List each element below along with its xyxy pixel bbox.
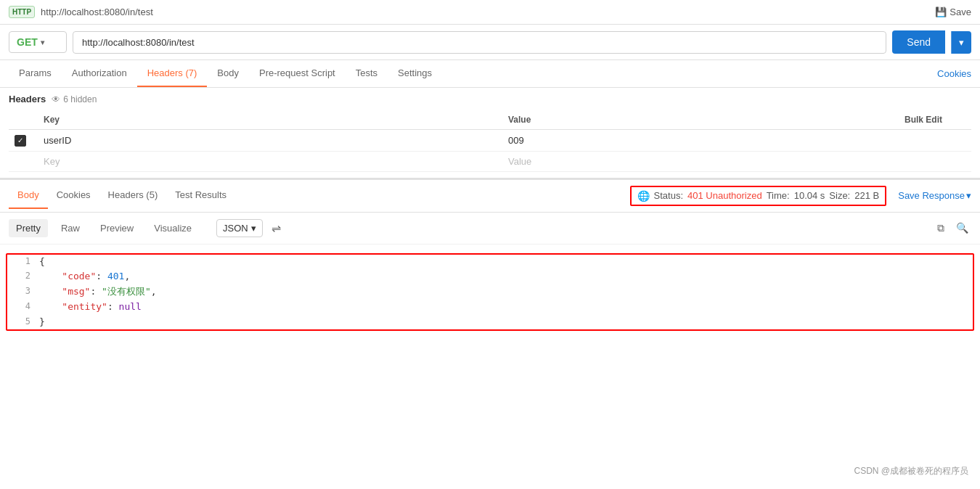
line-content-2: "code": 401, [39,269,964,284]
url-input[interactable] [73,31,886,54]
status-bar: 🌐 Status: 401 Unauthorized Time: 10.04 s… [630,180,971,212]
save-response-chevron-icon: ▾ [966,190,971,201]
col-header-bulk-edit[interactable]: Bulk Edit [899,110,971,130]
format-select[interactable]: JSON ▾ [216,219,263,237]
line-content-1: { [39,255,964,270]
tab-params[interactable]: Params [9,60,62,87]
hidden-badge: 👁 6 hidden [52,94,97,104]
checkbox-checked[interactable] [15,135,26,147]
tab-tests[interactable]: Tests [346,60,388,87]
response-tab-cookies[interactable]: Cookies [48,182,99,209]
response-tab-headers[interactable]: Headers (5) [99,182,167,209]
line-content-4: "entity": null [39,300,964,315]
json-highlight-box: 1 { 2 "code": 401, 3 "msg": "没有权限", 4 " [6,253,974,332]
table-row: Key Value [9,151,971,171]
code-line-2: 2 "code": 401, [7,269,973,284]
headers-title-row: Headers 👁 6 hidden [9,94,971,104]
response-tab-test-results[interactable]: Test Results [166,182,235,209]
status-highlight-box: 🌐 Status: 401 Unauthorized Time: 10.04 s… [630,186,887,206]
response-section: Body Cookies Headers (5) Test Results 🌐 … [0,180,980,340]
code-line-4: 4 "entity": null [7,300,973,315]
code-line-5: 5 } [7,315,973,330]
save-response-label: Save Response [898,190,965,201]
line-num-1: 1 [16,255,30,270]
response-toolbar: Pretty Raw Preview Visualize JSON ▾ ⇌ ⧉ … [0,213,980,244]
globe-icon: 🌐 [637,190,650,202]
col-header-value: Value [502,110,899,130]
header-key-placeholder[interactable]: Key [44,156,60,167]
method-label: GET [17,36,38,48]
line-num-3: 3 [16,284,30,300]
code-line-1: 1 { [7,255,973,270]
send-dropdown-button[interactable]: ▾ [951,31,971,54]
size-value: 221 B [854,190,879,201]
tab-pre-request-script[interactable]: Pre-request Script [249,60,346,87]
headers-section: Headers 👁 6 hidden Key Value Bulk Edit u… [0,88,980,178]
header-value-placeholder[interactable]: Value [508,156,531,167]
view-tab-visualize[interactable]: Visualize [147,219,199,237]
response-tab-body[interactable]: Body [9,182,48,209]
header-key-0[interactable]: userID [44,135,71,146]
hidden-count: 6 hidden [63,94,97,104]
header-value-0[interactable]: 009 [508,135,524,146]
code-area: 1 { 2 "code": 401, 3 "msg": "没有权限", 4 " [0,244,980,340]
send-chevron-icon: ▾ [959,37,964,48]
method-select[interactable]: GET ▾ [9,31,67,53]
request-row: GET ▾ Send ▾ [0,25,980,60]
col-header-key: Key [38,110,502,130]
http-badge: HTTP [9,6,35,18]
copy-button[interactable]: ⧉ [934,219,947,237]
search-button[interactable]: 🔍 [953,219,971,237]
headers-table: Key Value Bulk Edit userID 009 [9,110,971,172]
status-label: Status: [654,190,683,201]
wrap-button[interactable]: ⇌ [269,218,284,238]
table-row: userID 009 [9,130,971,152]
response-tabs-container: Body Cookies Headers (5) Test Results 🌐 … [0,180,980,213]
size-label: Size: [829,190,850,201]
request-tabs-row: Params Authorization Headers (7) Body Pr… [0,60,980,88]
line-num-5: 5 [16,315,30,330]
tab-body[interactable]: Body [207,60,249,87]
code-line-3: 3 "msg": "没有权限", [7,284,973,300]
tab-headers[interactable]: Headers (7) [137,60,208,87]
save-label: Save [950,7,971,17]
format-label: JSON [223,223,248,234]
line-num-4: 4 [16,300,30,315]
tab-settings[interactable]: Settings [388,60,442,87]
save-icon: 💾 [935,7,947,17]
time-label: Time: [767,190,790,201]
line-content-5: } [39,315,964,330]
toolbar-right: ⧉ 🔍 [934,219,971,237]
chevron-down-icon: ▾ [41,38,44,46]
save-response-button[interactable]: Save Response ▾ [898,190,971,201]
tab-authorization[interactable]: Authorization [62,60,137,87]
line-num-2: 2 [16,269,30,284]
status-value: 401 Unauthorized [687,190,762,201]
top-bar: HTTP http://localhost:8080/in/test 💾 Sav… [0,0,980,25]
cookies-link[interactable]: Cookies [937,61,971,86]
line-content-3: "msg": "没有权限", [39,284,964,300]
view-tab-pretty[interactable]: Pretty [9,219,48,237]
format-chevron-icon: ▾ [251,223,256,234]
top-url: http://localhost:8080/in/test [41,7,929,17]
col-header-check [9,110,38,130]
send-button[interactable]: Send [892,30,945,54]
view-tab-raw[interactable]: Raw [54,219,87,237]
view-tab-preview[interactable]: Preview [93,219,141,237]
time-value: 10.04 s [794,190,825,201]
headers-title: Headers [9,94,46,104]
eye-icon: 👁 [52,94,60,104]
save-button-top[interactable]: 💾 Save [935,7,971,17]
